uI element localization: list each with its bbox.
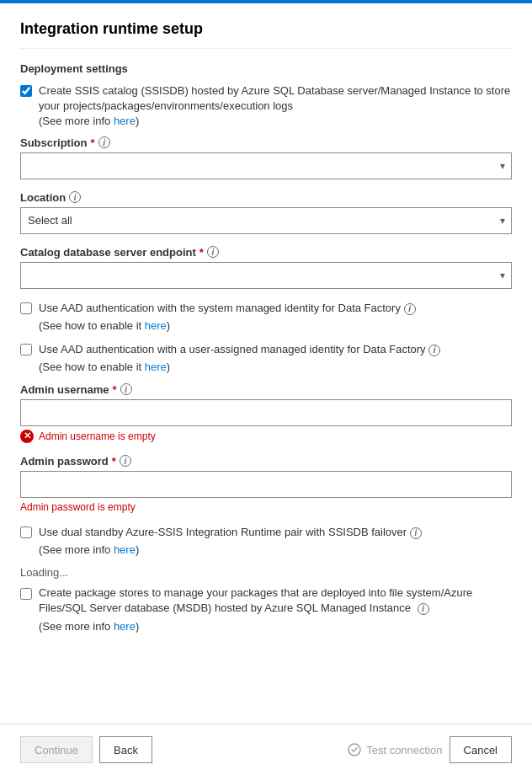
catalog-db-required: * — [200, 246, 204, 259]
panel: Integration runtime setup Deployment set… — [0, 3, 532, 724]
back-button[interactable]: Back — [99, 736, 152, 763]
admin-username-error: ✕ Admin username is empty — [20, 430, 512, 443]
location-select-wrapper: Select all ▾ — [20, 207, 512, 234]
package-stores-label: Create package stores to manage your pac… — [39, 585, 512, 616]
subscription-group: Subscription * i ▾ — [20, 136, 512, 179]
catalog-db-select-wrapper: ▾ — [20, 262, 512, 289]
catalog-db-group: Catalog database server endpoint * i ▾ — [20, 246, 512, 289]
admin-password-label: Admin password * i — [20, 455, 512, 468]
aad-system-note: (See how to enable it here) — [39, 319, 512, 332]
test-connection-button: Test connection — [348, 743, 442, 756]
aad-user-info-icon[interactable]: i — [428, 345, 440, 356]
location-info-icon[interactable]: i — [69, 191, 81, 203]
package-stores-info-icon[interactable]: i — [418, 603, 429, 615]
admin-password-error: Admin password is empty — [20, 501, 512, 513]
aad-user-checkbox[interactable] — [20, 344, 32, 355]
dual-standby-info-icon[interactable]: i — [410, 527, 422, 539]
catalog-db-select[interactable] — [20, 262, 512, 289]
aad-system-label: Use AAD authentication with the system m… — [39, 301, 416, 316]
dual-standby-checkbox-row: Use dual standby Azure-SSIS Integration … — [20, 525, 512, 540]
package-stores-link[interactable]: here — [114, 620, 136, 633]
subscription-required: * — [90, 136, 94, 149]
deployment-settings-heading: Deployment settings — [20, 62, 512, 75]
ssis-catalog-note: (See more info here) — [39, 115, 139, 127]
subscription-label: Subscription * i — [20, 136, 512, 149]
aad-system-info-icon[interactable]: i — [404, 303, 416, 315]
cancel-button[interactable]: Cancel — [450, 736, 512, 763]
admin-username-info-icon[interactable]: i — [120, 383, 132, 395]
panel-title: Integration runtime setup — [20, 20, 512, 49]
ssis-catalog-checkbox[interactable] — [20, 85, 32, 97]
admin-username-error-icon: ✕ — [20, 430, 34, 443]
dual-standby-checkbox[interactable] — [20, 526, 32, 538]
ssis-catalog-checkbox-row: Create SSIS catalog (SSISDB) hosted by A… — [20, 83, 512, 130]
admin-password-info-icon[interactable]: i — [120, 455, 131, 467]
loading-text: Loading... — [20, 566, 512, 579]
dual-standby-label: Use dual standby Azure-SSIS Integration … — [39, 525, 422, 540]
dual-standby-link[interactable]: here — [114, 543, 136, 556]
admin-username-label: Admin username * i — [20, 383, 512, 396]
aad-user-link[interactable]: here — [145, 361, 167, 373]
location-group: Location i Select all ▾ — [20, 191, 512, 234]
subscription-select-wrapper: ▾ — [20, 152, 512, 179]
dual-standby-note: (See more info here) — [39, 543, 512, 556]
subscription-info-icon[interactable]: i — [98, 136, 110, 148]
aad-system-checkbox[interactable] — [20, 302, 32, 314]
location-label: Location i — [20, 191, 512, 204]
package-stores-checkbox[interactable] — [20, 588, 32, 600]
package-stores-checkbox-row: Create package stores to manage your pac… — [20, 585, 512, 616]
test-connection-icon — [348, 743, 361, 756]
aad-user-checkbox-row: Use AAD authentication with a user-assig… — [20, 342, 512, 357]
footer-right: Test connection Cancel — [348, 736, 512, 763]
admin-password-input[interactable] — [20, 471, 512, 498]
location-select[interactable]: Select all — [20, 207, 512, 234]
footer-left: Continue Back — [20, 736, 152, 763]
aad-user-note: (See how to enable it here) — [39, 361, 512, 373]
ssis-catalog-link[interactable]: here — [114, 115, 136, 127]
subscription-select[interactable] — [20, 152, 512, 179]
ssis-catalog-label: Create SSIS catalog (SSISDB) hosted by A… — [39, 83, 512, 130]
aad-system-link[interactable]: here — [145, 319, 167, 332]
continue-button[interactable]: Continue — [20, 736, 93, 763]
catalog-db-label: Catalog database server endpoint * i — [20, 246, 512, 259]
admin-username-group: Admin username * i ✕ Admin username is e… — [20, 383, 512, 443]
aad-user-label: Use AAD authentication with a user-assig… — [39, 342, 440, 357]
catalog-db-info-icon[interactable]: i — [207, 246, 219, 258]
admin-username-required: * — [112, 383, 116, 396]
footer-bar: Continue Back Test connection Cancel — [0, 724, 532, 775]
package-stores-note: (See more info here) — [39, 620, 512, 633]
admin-username-input[interactable] — [20, 399, 512, 426]
admin-password-group: Admin password * i Admin password is emp… — [20, 455, 512, 513]
admin-password-required: * — [112, 455, 116, 468]
aad-system-checkbox-row: Use AAD authentication with the system m… — [20, 301, 512, 316]
